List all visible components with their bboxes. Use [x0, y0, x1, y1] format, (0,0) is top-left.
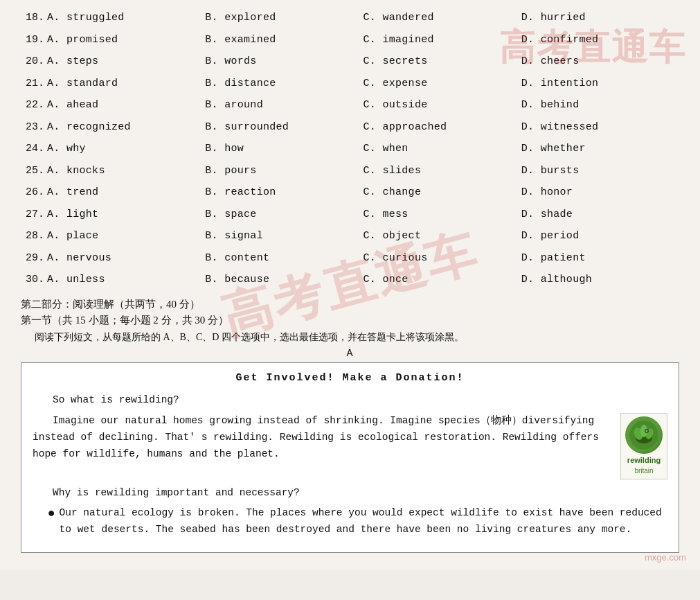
question-option: A. recognized — [47, 118, 205, 136]
question-options: A. placeB. signalC. objectD. period — [47, 227, 679, 245]
question-option: D. period — [521, 227, 679, 245]
question-options: A. whyB. howC. whenD. whether — [47, 140, 679, 158]
question-option: D. honor — [521, 184, 679, 202]
svg-point-6 — [646, 430, 648, 432]
question-option: D. cheers — [521, 53, 679, 71]
question-options: A. recognizedB. surroundedC. approachedD… — [47, 118, 679, 136]
question-option: B. how — [205, 140, 363, 158]
questions-container: 18.A. struggledB. exploredC. wanderedD. … — [21, 7, 679, 291]
question-option: C. secrets — [364, 53, 521, 71]
question-option: C. imagined — [364, 31, 521, 49]
question-number: 28. — [21, 227, 47, 245]
question-options: A. stepsB. wordsC. secretsD. cheers — [47, 53, 679, 71]
question-option: C. once — [364, 271, 521, 289]
question-option: A. light — [47, 206, 205, 224]
question-options: A. aheadB. aroundC. outsideD. behind — [47, 96, 679, 114]
question-row: 30.A. unlessB. becauseC. onceD. although — [21, 269, 679, 291]
question-options: A. nervousB. contentC. curiousD. patient — [47, 249, 679, 267]
question-option: A. nervous — [47, 249, 205, 267]
question-option: D. shade — [521, 206, 679, 224]
question-option: A. ahead — [47, 96, 205, 114]
question-option: D. confirmed — [521, 31, 679, 49]
question-option: D. intention — [521, 75, 679, 93]
question-option: B. reaction — [205, 184, 363, 202]
question-row: 27.A. lightB. spaceC. messD. shade — [21, 204, 679, 226]
bullet1-text: Our natural ecology is broken. The place… — [60, 505, 667, 538]
question-option: B. examined — [205, 31, 363, 49]
question-row: 29.A. nervousB. contentC. curiousD. pati… — [21, 247, 679, 270]
logo-text-bottom: britain — [625, 466, 663, 476]
watermark-site: mxge.com — [645, 552, 686, 563]
question-option: B. because — [205, 271, 363, 289]
question-option: B. surrounded — [205, 118, 363, 136]
article-title: Get Involved! Make a Donation! — [33, 370, 667, 387]
article-para2: Imagine our natural homes growing instea… — [33, 413, 667, 463]
question-option: D. although — [521, 271, 679, 289]
question-option: A. standard — [47, 75, 205, 93]
question-option: D. bursts — [521, 162, 679, 180]
reading-instruction: 阅读下列短文，从每题所给的 A、B、C、D 四个选项中，选出最佳选项，并在答题卡… — [21, 331, 679, 344]
question-row: 24.A. whyB. howC. whenD. whether — [21, 138, 679, 160]
question-options: A. standardB. distanceC. expenseD. inten… — [47, 75, 679, 93]
question-option: C. expense — [364, 75, 521, 93]
question-option: B. around — [205, 96, 363, 114]
question-options: A. lightB. spaceC. messD. shade — [47, 206, 679, 224]
question-option: A. promised — [47, 31, 205, 49]
question-option: B. space — [205, 206, 363, 224]
question-options: A. knocksB. poursC. slidesD. bursts — [47, 162, 679, 180]
question-option: C. when — [364, 140, 521, 158]
bullet-dot: ● — [48, 505, 55, 522]
section2-header: 第二部分：阅读理解（共两节，40 分） — [21, 298, 679, 311]
question-number: 25. — [21, 162, 47, 180]
question-options: A. promisedB. examinedC. imaginedD. conf… — [47, 31, 679, 49]
question-number: 20. — [21, 53, 47, 71]
question-row: 21.A. standardB. distanceC. expenseD. in… — [21, 73, 679, 95]
question-option: C. curious — [364, 249, 521, 267]
question-option: B. words — [205, 53, 363, 71]
question-option: A. steps — [47, 53, 205, 71]
question-number: 21. — [21, 75, 47, 93]
question-option: C. object — [364, 227, 521, 245]
question-option: C. approached — [364, 118, 521, 136]
question-number: 23. — [21, 118, 47, 136]
question-option: D. hurried — [521, 9, 679, 27]
question-number: 18. — [21, 9, 47, 27]
question-options: A. trendB. reactionC. changeD. honor — [47, 184, 679, 202]
question-row: 20.A. stepsB. wordsC. secretsD. cheers — [21, 51, 679, 73]
question-number: 22. — [21, 96, 47, 114]
question-option: A. struggled — [47, 9, 205, 27]
question-row: 28.A. placeB. signalC. objectD. period — [21, 225, 679, 247]
question-number: 19. — [21, 31, 47, 49]
question-option: B. distance — [205, 75, 363, 93]
question-row: 26.A. trendB. reactionC. changeD. honor — [21, 182, 679, 204]
logo-circle — [625, 416, 663, 454]
question-option: B. signal — [205, 227, 363, 245]
article-bullet1: ● Our natural ecology is broken. The pla… — [33, 505, 667, 538]
question-option: D. behind — [521, 96, 679, 114]
question-option: A. unless — [47, 271, 205, 289]
article-box: Get Involved! Make a Donation! So what i… — [21, 362, 679, 554]
question-option: A. why — [47, 140, 205, 158]
question-option: B. pours — [205, 162, 363, 180]
section2-sub: 第一节（共 15 小题；每小题 2 分，共 30 分） — [21, 314, 679, 327]
question-option: A. trend — [47, 184, 205, 202]
question-options: A. unlessB. becauseC. onceD. although — [47, 271, 679, 289]
question-option: C. change — [364, 184, 521, 202]
question-option: C. wandered — [364, 9, 521, 27]
question-options: A. struggledB. exploredC. wanderedD. hur… — [47, 9, 679, 27]
question-option: D. whether — [521, 140, 679, 158]
question-number: 24. — [21, 140, 47, 158]
article-label: A — [21, 348, 679, 360]
question-number: 30. — [21, 271, 47, 289]
question-row: 23.A. recognizedB. surroundedC. approach… — [21, 116, 679, 139]
question-option: B. explored — [205, 9, 363, 27]
page: 高考直通车 高考直通车 mxge.com 18.A. struggledB. e… — [0, 0, 700, 570]
question-number: 29. — [21, 249, 47, 267]
question-option: A. place — [47, 227, 205, 245]
question-option: C. slides — [364, 162, 521, 180]
question-option: D. patient — [521, 249, 679, 267]
question-row: 19.A. promisedB. examinedC. imaginedD. c… — [21, 29, 679, 51]
question-row: 22.A. aheadB. aroundC. outsideD. behind — [21, 94, 679, 116]
watermark-bottom-right: mxge.com — [645, 552, 686, 563]
question-option: C. mess — [364, 206, 521, 224]
